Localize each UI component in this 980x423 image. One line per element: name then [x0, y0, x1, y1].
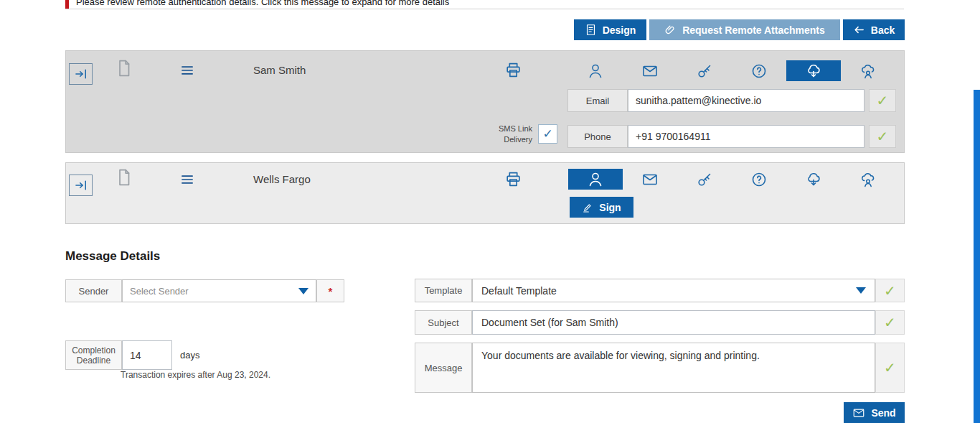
- drag-handle-icon[interactable]: [178, 173, 197, 186]
- back-arrow-icon: [853, 24, 865, 36]
- email-input[interactable]: [628, 89, 864, 112]
- send-envelope-icon: [852, 406, 865, 419]
- email-icon: [641, 171, 659, 188]
- sender-required-marker: *: [316, 279, 344, 302]
- delivery-question-option[interactable]: [732, 60, 786, 81]
- document-status-icon: [115, 168, 133, 187]
- document-status-icon: [115, 59, 133, 78]
- notice-banner[interactable]: Please review remote authentication deta…: [65, 0, 904, 9]
- esign-workflow-screen: Please review remote authentication deta…: [0, 0, 980, 423]
- goto-signer-button[interactable]: [69, 63, 93, 85]
- notice-accent-bar: [65, 0, 69, 9]
- message-field-label: Message: [415, 343, 472, 393]
- branch-kiosk-icon: [859, 62, 877, 80]
- phone-input[interactable]: [628, 125, 864, 148]
- remote-signing-icon: [805, 62, 822, 80]
- email-valid-checkmark: ✓: [869, 89, 896, 112]
- delivery-auth-option[interactable]: [677, 169, 732, 190]
- send-button[interactable]: Send: [844, 402, 905, 423]
- sms-link-delivery-label: SMS Link Delivery: [491, 124, 532, 145]
- delivery-branch-option[interactable]: [841, 60, 895, 81]
- sender-field-label: Sender: [65, 279, 122, 302]
- recipient-name: Sam Smith: [253, 64, 306, 76]
- delivery-remote-option-selected[interactable]: [786, 60, 841, 81]
- request-remote-attachments-label: Request Remote Attachments: [682, 24, 825, 36]
- branch-kiosk-icon: [859, 171, 877, 188]
- delivery-in-person-option[interactable]: [568, 60, 623, 81]
- security-question-icon: [750, 62, 768, 80]
- message-details-title: Message Details: [65, 249, 160, 264]
- design-button[interactable]: Design: [574, 19, 646, 40]
- phone-field-label: Phone: [567, 125, 628, 148]
- pen-icon: [582, 202, 593, 213]
- delivery-method-slots: [568, 60, 895, 81]
- paperclip-icon: [664, 24, 677, 36]
- notice-text: Please review remote authentication deta…: [76, 0, 449, 7]
- drag-handle-icon[interactable]: [178, 64, 197, 77]
- arrow-into-bar-icon: [74, 178, 88, 192]
- recipient-row-sam-smith: Sam Smith Email ✓ SMS Link Delivery ✓ Ph…: [65, 50, 905, 153]
- subject-field-label: Subject: [415, 310, 472, 335]
- key-icon: [696, 171, 713, 188]
- printer-icon[interactable]: [504, 61, 522, 79]
- delivery-question-option[interactable]: [732, 169, 786, 190]
- sign-button-label: Sign: [599, 202, 621, 213]
- sign-button[interactable]: Sign: [570, 197, 633, 218]
- chevron-down-icon: [298, 288, 308, 294]
- completion-deadline-label: Completion Deadline: [65, 340, 122, 370]
- chevron-down-icon: [856, 287, 866, 294]
- email-icon: [641, 62, 659, 80]
- sender-select[interactable]: Select Sender: [122, 279, 316, 302]
- template-select[interactable]: Default Template: [472, 279, 875, 302]
- goto-signer-button[interactable]: [69, 175, 93, 196]
- subject-input[interactable]: [472, 310, 875, 335]
- printer-icon[interactable]: [504, 170, 522, 188]
- sms-link-delivery-checkbox[interactable]: ✓: [538, 124, 557, 144]
- sender-select-value: Select Sender: [130, 286, 293, 297]
- delivery-in-person-option-selected[interactable]: [568, 169, 623, 190]
- delivery-remote-option[interactable]: [786, 169, 841, 190]
- delivery-method-slots: [568, 169, 895, 190]
- message-valid-checkmark: ✓: [875, 343, 905, 393]
- send-button-label: Send: [871, 407, 895, 419]
- message-textarea[interactable]: Your documents are available for viewing…: [472, 343, 875, 393]
- subject-valid-checkmark: ✓: [875, 310, 905, 335]
- transaction-expiry-note: Transaction expires after Aug 23, 2024.: [121, 370, 270, 380]
- template-valid-checkmark: ✓: [875, 279, 905, 302]
- arrow-into-bar-icon: [74, 67, 88, 81]
- delivery-auth-option[interactable]: [677, 60, 732, 81]
- email-field-label: Email: [567, 89, 628, 112]
- phone-valid-checkmark: ✓: [869, 125, 896, 148]
- back-button-label: Back: [871, 24, 895, 36]
- design-icon: [585, 24, 597, 36]
- design-button-label: Design: [603, 24, 636, 36]
- person-icon: [587, 62, 604, 80]
- person-icon: [587, 171, 604, 188]
- security-question-icon: [750, 171, 768, 188]
- template-select-value: Default Template: [481, 285, 850, 297]
- key-icon: [696, 62, 713, 80]
- deadline-unit-label: days: [180, 350, 199, 361]
- request-remote-attachments-button[interactable]: Request Remote Attachments: [649, 19, 840, 40]
- delivery-email-option[interactable]: [623, 169, 677, 190]
- delivery-branch-option[interactable]: [841, 169, 895, 190]
- remote-signing-icon: [805, 171, 822, 188]
- recipient-row-wells-fargo: Wells Fargo Sign: [65, 162, 905, 224]
- delivery-email-option[interactable]: [623, 60, 677, 81]
- completion-deadline-input[interactable]: [122, 340, 172, 370]
- back-button[interactable]: Back: [843, 19, 905, 40]
- right-scrollbar-rail[interactable]: [974, 90, 980, 423]
- template-field-label: Template: [415, 279, 472, 302]
- recipient-name: Wells Fargo: [253, 173, 311, 185]
